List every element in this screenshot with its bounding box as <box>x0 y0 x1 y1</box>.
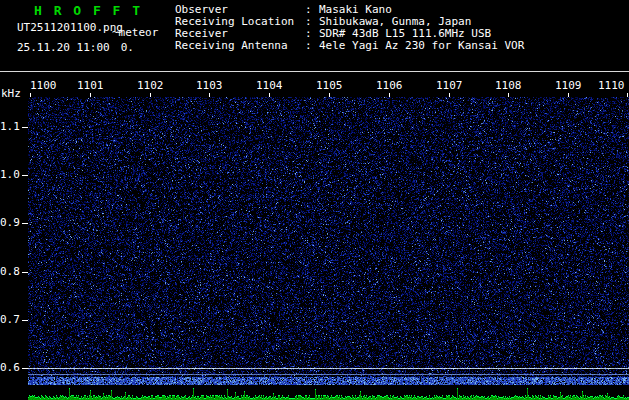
info-label: Receiving Antenna <box>175 40 305 52</box>
info-value: 4ele Yagi Az 230 for Kansai VOR <box>319 40 524 52</box>
freq-label-0.9: 0.9 <box>0 217 19 229</box>
observation-info-block: Observer:Masaki KanoReceiving Location:S… <box>175 4 524 52</box>
freq-label-1.0: 1.0 <box>0 169 19 181</box>
spectrogram-canvas <box>28 97 629 400</box>
info-colon: : <box>305 40 319 52</box>
time-label-1101: 1101 <box>77 80 104 92</box>
echo-counter: 0. <box>121 41 134 54</box>
time-label-1108: 1108 <box>495 80 522 92</box>
time-label-1105: 1105 <box>316 80 343 92</box>
freq-label-1.1: 1.1 <box>0 121 19 133</box>
info-row-receiving-antenna: Receiving Antenna:4ele Yagi Az 230 for K… <box>175 40 524 52</box>
freq-unit-label: kHz <box>1 88 21 100</box>
freq-label-0.7: 0.7 <box>0 314 19 326</box>
time-label-1104: 1104 <box>256 80 283 92</box>
freq-label-0.8: 0.8 <box>0 266 19 278</box>
freq-label-0.6: 0.6 <box>0 362 19 374</box>
app-title: H R O F F T <box>34 3 142 18</box>
time-label-1107: 1107 <box>436 80 463 92</box>
observation-datetime: 25.11.20 11:00 <box>17 41 110 54</box>
hrofft-output-image: H R O F F T UT2511201100.png ~meteor 25.… <box>0 0 629 400</box>
time-label-1109: 1109 <box>555 80 582 92</box>
time-label-1100: 1100 <box>30 80 57 92</box>
time-label-1103: 1103 <box>196 80 223 92</box>
header-divider <box>0 71 629 72</box>
observation-datetime-row: 25.11.20 11:000. <box>17 42 134 54</box>
output-filename: UT2511201100.png <box>17 22 123 34</box>
time-label-1106: 1106 <box>376 80 403 92</box>
time-label-1110: 1110 <box>598 80 625 92</box>
mode-tag: ~meteor <box>112 27 158 39</box>
time-label-1102: 1102 <box>137 80 164 92</box>
